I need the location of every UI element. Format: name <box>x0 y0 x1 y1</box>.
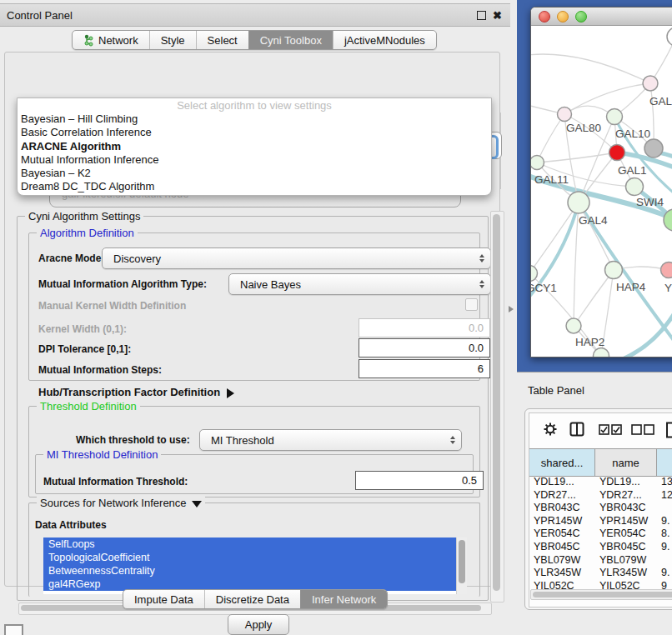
mi-type-select[interactable]: Naive Bayes <box>228 273 491 295</box>
aracne-mode-select[interactable]: Discovery <box>102 248 491 269</box>
scrollbar-thumb[interactable] <box>493 214 500 591</box>
network-node-GCY1[interactable] <box>531 266 538 282</box>
unchecked-checkbox-icon[interactable] <box>644 424 654 435</box>
column-header-shared[interactable]: shared... <box>529 449 595 476</box>
checked-checkbox-icon[interactable] <box>599 424 609 435</box>
hub-definition-toggle[interactable]: Hub/Transcription Factor Definition <box>38 386 234 398</box>
tab-impute-data[interactable]: Impute Data <box>123 590 204 608</box>
table-cell[interactable]: YDL19... <box>595 476 657 489</box>
panel-collapse-arrow-icon[interactable] <box>509 306 514 312</box>
table-row[interactable]: YDL19...YDL19...13 <box>529 476 672 489</box>
network-edge[interactable] <box>531 54 650 83</box>
network-node-GAL80[interactable] <box>558 108 572 122</box>
attributes-scrollbar[interactable] <box>456 538 467 594</box>
table-cell[interactable]: YPR145W <box>529 515 595 528</box>
attribute-item[interactable]: SelfLoops <box>43 538 460 551</box>
algorithm-option[interactable]: ARACNE Algorithm <box>18 140 491 153</box>
table-row[interactable]: YBR045CYBR045C9. <box>529 541 672 554</box>
network-node-top-right-cut[interactable] <box>667 28 672 46</box>
table-cell[interactable]: YDR27... <box>529 489 595 502</box>
unchecked-checkbox-icon[interactable] <box>631 424 642 435</box>
tab-jactivemnodules[interactable]: jActiveMNodules <box>333 31 436 49</box>
minimize-traffic-light[interactable] <box>557 11 569 22</box>
network-node-GAL1[interactable] <box>609 145 625 161</box>
table-cell[interactable]: YLR345W <box>595 567 657 580</box>
network-node-GAL10[interactable] <box>607 109 623 125</box>
table-row[interactable]: YBR043CYBR043C <box>529 502 672 515</box>
settings-vertical-scrollbar[interactable] <box>490 211 504 602</box>
table-row[interactable]: YBL079WYBL079W <box>529 554 672 568</box>
table-cell[interactable]: YDL19... <box>529 476 595 489</box>
table-cell[interactable]: YBL079W <box>529 554 595 568</box>
tab-select[interactable]: Select <box>196 31 248 49</box>
column-header-name[interactable]: name <box>595 449 657 476</box>
network-node-pink-top[interactable] <box>643 76 658 91</box>
network-node-SWI4[interactable] <box>626 178 644 196</box>
table-cell[interactable] <box>657 554 672 568</box>
scrollbar-thumb[interactable] <box>459 540 465 583</box>
algorithm-option[interactable]: Bayesian – K2 <box>18 167 491 180</box>
mi-steps-field[interactable]: 6 <box>359 359 490 378</box>
scrollbar-thumb[interactable] <box>533 592 672 598</box>
network-node-GAL11[interactable] <box>531 156 544 170</box>
mi-threshold-field[interactable]: 0.5 <box>355 471 484 490</box>
dpi-tolerance-field[interactable]: 0.0 <box>359 338 490 358</box>
tab-infer-network[interactable]: Infer Network <box>300 590 387 608</box>
table-cell[interactable]: 13 <box>657 476 672 489</box>
network-edge[interactable] <box>574 270 614 326</box>
table-horizontal-scrollbar[interactable] <box>530 589 672 600</box>
tab-style[interactable]: Style <box>149 31 196 49</box>
tab-network[interactable]: Network <box>73 31 149 49</box>
attribute-item[interactable]: TopologicalCoefficient <box>43 551 460 564</box>
close-traffic-light[interactable] <box>539 11 550 22</box>
network-edge[interactable] <box>564 83 650 114</box>
table-row[interactable]: YLR345WYLR345W9. <box>529 567 672 580</box>
algorithm-option[interactable]: Bayesian – Hill Climbing <box>18 112 491 126</box>
gear-icon[interactable] <box>543 422 558 437</box>
which-threshold-select[interactable]: MI Threshold <box>199 429 462 451</box>
network-node-HAP4[interactable] <box>605 262 623 279</box>
table-row[interactable]: YPR145WYPR145W9. <box>529 515 672 528</box>
table-cell[interactable]: YBL079W <box>595 554 657 568</box>
tab-discretize-data[interactable]: Discretize Data <box>204 590 300 608</box>
table-cell[interactable]: 9. <box>657 541 672 554</box>
table-row[interactable]: YDR27...YDR27...12 <box>529 489 672 502</box>
network-node-HAP2[interactable] <box>566 318 581 333</box>
table-cell[interactable]: 9. <box>657 567 672 580</box>
table-cell[interactable]: 8. <box>657 528 672 541</box>
apply-button[interactable]: Apply <box>228 614 289 635</box>
table-cell[interactable] <box>657 502 672 515</box>
table-cell[interactable]: YER054C <box>595 528 657 541</box>
column-header-a[interactable]: A <box>657 449 672 476</box>
sources-title[interactable]: Sources for Network Inference <box>37 497 205 509</box>
network-node-GAL4[interactable] <box>568 192 589 213</box>
table-cell[interactable]: YBR043C <box>529 502 595 515</box>
table-cell[interactable]: YBR045C <box>595 541 657 554</box>
close-icon[interactable]: ✖ <box>493 12 502 19</box>
network-node-gray-node[interactable] <box>644 139 663 158</box>
zoom-traffic-light[interactable] <box>575 11 587 22</box>
manual-kernel-checkbox[interactable] <box>465 298 478 311</box>
table-cell[interactable]: YBR045C <box>529 541 595 554</box>
table-cell[interactable]: YBR043C <box>595 502 657 515</box>
table-cell[interactable]: YPR145W <box>595 515 657 528</box>
table-cell[interactable]: YDR27... <box>595 489 657 502</box>
kernel-width-field[interactable]: 0.0 <box>359 318 490 338</box>
network-canvas[interactable]: GALGAL80GAL10GAL1GAL11SWI4GAL4HAP4YGCY1H… <box>531 26 672 357</box>
attribute-item[interactable]: BetweennessCentrality <box>43 564 460 578</box>
dock-panel-icon[interactable] <box>4 624 23 635</box>
split-view-icon[interactable] <box>569 422 584 437</box>
network-edge[interactable] <box>537 114 564 162</box>
algorithm-option[interactable]: Dream8 DC_TDC Algorithm <box>18 180 491 193</box>
table-cell[interactable]: 12 <box>657 489 672 502</box>
table-row[interactable]: YER054CYER054C8. <box>529 528 672 541</box>
network-node-salmon[interactable] <box>661 262 672 278</box>
network-edge[interactable] <box>537 152 617 162</box>
float-panel-icon[interactable] <box>477 11 486 20</box>
table-cell[interactable]: YLR345W <box>529 567 595 580</box>
checked-checkbox-icon[interactable] <box>611 424 622 435</box>
table-cell[interactable]: 9. <box>657 515 672 528</box>
algorithm-option[interactable]: Basic Correlation Inference <box>18 126 491 139</box>
document-icon[interactable] <box>665 422 672 438</box>
table-cell[interactable]: YER054C <box>529 528 595 541</box>
